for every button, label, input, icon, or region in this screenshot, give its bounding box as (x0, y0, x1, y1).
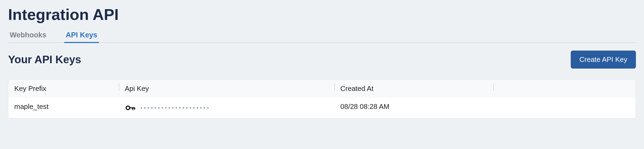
cell-apikey-masked: •••••••••••••••••••• (140, 105, 210, 111)
api-keys-table: Key Prefix Api Key Created At maple_test… (8, 79, 636, 118)
section-header: Your API Keys Create API Key (8, 51, 636, 69)
tab-api-keys[interactable]: API Keys (64, 28, 99, 42)
cell-apikey: •••••••••••••••••••• (119, 98, 334, 118)
page-title: Integration API (8, 5, 636, 23)
create-api-key-button[interactable]: Create API Key (571, 51, 636, 69)
section-title: Your API Keys (8, 54, 81, 66)
col-header-apikey-label: Api Key (125, 84, 149, 93)
cell-prefix: maple_test (8, 98, 119, 118)
col-header-apikey: Api Key (119, 80, 334, 98)
col-header-created: Created At (334, 80, 493, 98)
col-header-actions (493, 80, 636, 98)
tab-webhooks[interactable]: Webhooks (8, 28, 48, 42)
table-row: maple_test •••••••••••••••••••• 08/28 08… (8, 98, 636, 118)
cell-actions (493, 98, 636, 118)
svg-point-0 (126, 106, 130, 109)
col-header-prefix: Key Prefix (8, 80, 119, 98)
cell-created: 08/28 08:28 AM (334, 98, 493, 118)
key-icon (125, 102, 136, 113)
tabs: Webhooks API Keys (8, 28, 636, 43)
table-header-row: Key Prefix Api Key Created At (8, 80, 636, 98)
